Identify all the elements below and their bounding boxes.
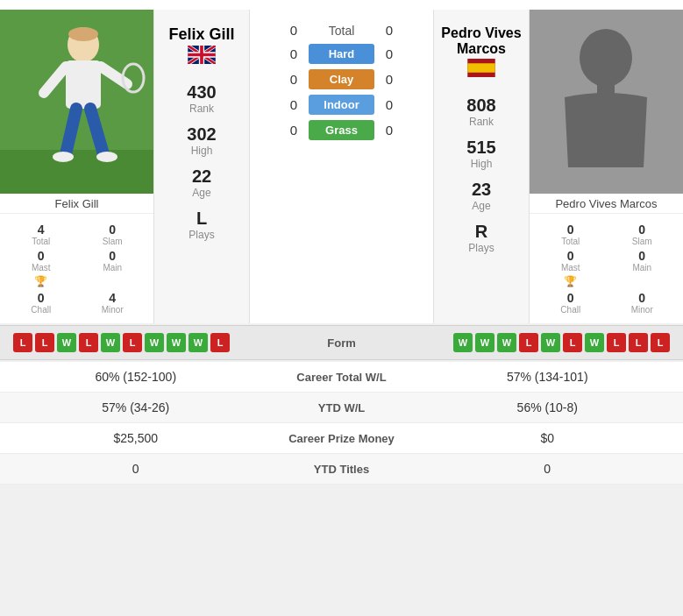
left-form-pill-L: L (35, 333, 54, 352)
left-form-pill-L: L (210, 333, 230, 352)
left-rank-label: Rank (187, 103, 216, 115)
stat-right-value: 0 (430, 462, 666, 476)
svg-rect-3 (66, 60, 101, 109)
left-slam-cell: 0 Slam (81, 223, 146, 246)
right-age-value: 23 (472, 179, 491, 200)
right-rank-box: 808 Rank (466, 95, 495, 128)
right-stats-inner: Pedro Vives Marcos 808 Rank (434, 10, 529, 323)
indoor-row: 0 Indoor 0 (254, 93, 429, 117)
left-form-pill-L: L (123, 333, 142, 352)
grass-badge: Grass (309, 120, 374, 140)
right-stats-col: Pedro Vives Marcos 808 Rank (433, 10, 530, 323)
stats-table-row: 60% (152-100)Career Total W/L57% (134-10… (0, 362, 683, 393)
clay-left-score: 0 (286, 72, 302, 87)
right-high-value: 515 (466, 137, 495, 158)
right-player-name: Pedro Vives Marcos (530, 194, 683, 214)
right-form-pill-L: L (519, 333, 538, 352)
right-player-photo (530, 10, 683, 194)
left-rank-box: 430 Rank (187, 81, 216, 115)
left-rank-value: 430 (187, 81, 216, 103)
left-high-label: High (187, 145, 216, 157)
left-player-name-block: Felix Gill (168, 18, 234, 73)
right-flag-es (467, 59, 495, 77)
right-form-pill-L: L (651, 333, 670, 352)
bottom-table: 60% (152-100)Career Total W/L57% (134-10… (0, 362, 683, 485)
left-sub-stats-grid: 4 Total 0 Slam 0 Mast 🏆 0 (4, 218, 149, 319)
stat-right-value: $0 (430, 431, 666, 445)
indoor-right-score: 0 (381, 97, 397, 112)
five-col-section: Felix Gill 4 Total 0 Slam 0 (0, 10, 683, 323)
left-plays-value: L (189, 208, 214, 229)
stat-left-value: 57% (34-26) (18, 400, 254, 414)
right-slam-cell: 0 Slam (610, 223, 675, 246)
svg-rect-1 (0, 150, 153, 194)
clay-badge: Clay (309, 69, 374, 89)
left-minor-cell: 4 Minor (81, 291, 146, 315)
right-age-box: 23 Age (472, 179, 491, 212)
svg-point-10 (96, 152, 117, 162)
right-trophy-icon: 🏆 (564, 275, 577, 287)
stat-left-value: $25,500 (18, 431, 254, 445)
left-player-name: Felix Gill (0, 194, 153, 214)
left-form-pill-L: L (79, 333, 98, 352)
right-rank-value: 808 (466, 95, 495, 116)
right-high-label: High (466, 158, 495, 170)
stat-center-label: YTD Titles (254, 463, 430, 476)
right-flag-row (438, 57, 524, 86)
right-main-cell: 0 Main (610, 249, 675, 288)
total-left-score: 0 (286, 23, 302, 38)
left-flag-uk (188, 46, 216, 64)
svg-point-11 (68, 27, 98, 41)
left-player-photo (0, 10, 153, 194)
right-rank-label: Rank (466, 116, 495, 128)
main-wrapper: Felix Gill 4 Total 0 Slam 0 (0, 0, 683, 616)
left-high-value: 302 (187, 124, 216, 145)
right-form-pill-W: W (475, 333, 494, 352)
total-label: Total (309, 24, 374, 38)
right-minor-cell: 0 Minor (610, 291, 675, 315)
right-chall-cell: 0 Chall (538, 291, 603, 315)
svg-point-16 (580, 29, 632, 87)
right-form-pill-W: W (585, 333, 604, 352)
right-age-label: Age (472, 200, 491, 212)
left-chall-cell: 0 Chall (9, 291, 74, 315)
left-form-pill-W: W (101, 333, 120, 352)
hard-right-score: 0 (381, 46, 397, 61)
court-rows: 0 Hard 0 0 Clay 0 0 Indo (250, 42, 433, 142)
stat-center-label: YTD W/L (254, 401, 430, 414)
left-plays-label: Plays (189, 229, 214, 241)
right-high-box: 515 High (466, 137, 495, 170)
left-form-pill-W: W (145, 333, 164, 352)
left-high-box: 302 High (187, 124, 216, 157)
stat-center-label: Career Total W/L (254, 371, 430, 384)
stat-left-value: 0 (18, 462, 254, 476)
right-plays-box: R Plays (468, 221, 494, 254)
left-stats-col: Felix Gill (153, 10, 250, 323)
left-plays-box: L Plays (189, 208, 214, 241)
stat-center-label: Career Prize Money (254, 432, 430, 445)
left-sub-stats: 4 Total 0 Slam 0 Mast 🏆 0 (0, 214, 153, 323)
stat-right-value: 57% (134-101) (430, 370, 666, 384)
stat-right-value: 56% (10-8) (430, 400, 666, 414)
center-inner: 0 Total 0 0 Hard 0 0 (250, 10, 433, 146)
right-mast-cell: 0 Mast 🏆 (538, 249, 603, 288)
indoor-left-score: 0 (286, 97, 302, 112)
left-player-col: Felix Gill 4 Total 0 Slam 0 (0, 10, 153, 323)
stats-table-row: $25,500Career Prize Money$0 (0, 423, 683, 454)
right-total-cell: 0 Total (538, 223, 603, 246)
form-row: LLWLWLWWWL Form WWWLWLWLLL (0, 325, 683, 360)
total-row: 0 Total 0 (286, 14, 397, 42)
grass-left-score: 0 (286, 123, 302, 138)
stats-table-row: 0YTD Titles0 (0, 454, 683, 485)
left-flag-row (168, 44, 234, 73)
center-col: 0 Total 0 0 Hard 0 0 (250, 10, 433, 323)
right-sub-stats: 0 Total 0 Slam 0 Mast 🏆 0 (530, 214, 683, 323)
grass-row: 0 Grass 0 (254, 118, 429, 142)
left-form-pills: LLWLWLWWWL (13, 333, 254, 352)
left-form-pill-L: L (13, 333, 32, 352)
stats-table-row: 57% (34-26)YTD W/L56% (10-8) (0, 393, 683, 423)
right-player-svg (530, 10, 683, 194)
left-main-cell: 0 Main (81, 249, 146, 288)
right-form-pill-L: L (629, 333, 648, 352)
left-mast-cell: 0 Mast 🏆 (9, 249, 74, 288)
